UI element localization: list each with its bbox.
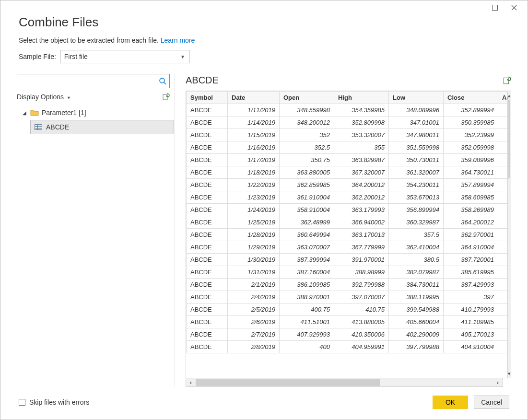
table-cell: 361.320007 [389,166,444,179]
window-restore-button[interactable] [485,1,505,14]
table-cell: 348.089996 [389,104,444,117]
column-header[interactable]: Symbol [187,92,228,104]
column-header[interactable]: Low [389,92,444,104]
table-row[interactable]: ABCDE1/22/2019362.859985364.200012354.23… [187,179,508,191]
preview-header: ABCDE [186,75,511,86]
table-cell: 1/16/2019 [228,141,280,154]
scroll-up-icon[interactable]: ▴ [508,91,511,100]
table-row[interactable]: ABCDE1/11/2019348.559998354.359985348.08… [187,104,508,117]
table-cell: 410.75 [334,303,389,316]
search-box[interactable] [17,74,170,88]
column-header[interactable]: High [334,92,389,104]
table-row[interactable]: ABCDE1/15/2019352353.320007347.980011352… [187,129,508,141]
table-cell: 362.410004 [389,241,444,254]
table-cell: 413.880005 [334,316,389,328]
table-cell: 391.970001 [334,254,389,266]
table-cell: 385.619995 [444,266,498,279]
scroll-track[interactable] [196,378,493,386]
table-cell: ABCDE [187,328,228,341]
table-cell: 347.01001 [389,117,444,129]
search-input[interactable] [20,77,159,85]
table-cell: ABCDE [187,141,228,154]
table-cell: 352.5 [280,141,334,154]
table-cell: 350.730011 [389,154,444,166]
svg-rect-3 [504,78,508,83]
sample-file-select[interactable]: First file ▼ [60,50,189,63]
dialog-subtitle: Select the object to be extracted from e… [19,36,509,44]
refresh-nav-button[interactable] [162,93,170,101]
table-row[interactable]: ABCDE2/1/2019386.109985392.799988384.730… [187,279,508,291]
table-row[interactable]: ABCDE1/30/2019387.399994391.970001380.53… [187,254,508,266]
table-cell: 359.089996 [444,154,498,166]
learn-more-link[interactable]: Learn more [161,36,195,44]
table-row[interactable]: ABCDE1/31/2019387.160004388.98999382.079… [187,266,508,279]
table-cell [498,291,508,303]
table-row[interactable]: ABCDE2/5/2019400.75410.75399.549988410.1… [187,303,508,316]
table-cell: 356.899994 [389,204,444,216]
vertical-scrollbar[interactable]: ▴ ▾ [508,91,511,378]
table-cell: 405.660004 [389,316,444,328]
tree-item-abcde[interactable]: ABCDE [30,120,174,134]
skip-errors-row: Skip files with errors [19,398,89,406]
table-row[interactable]: ABCDE1/28/2019360.649994363.170013357.53… [187,229,508,241]
table-row[interactable]: ABCDE1/29/2019363.070007367.779999362.41… [187,241,508,254]
horizontal-scrollbar[interactable]: ‹ › [186,378,503,387]
table-row[interactable]: ABCDE1/18/2019363.880005367.320007361.32… [187,166,508,179]
table-cell: ABCDE [187,129,228,141]
table-cell: 362.200012 [334,191,389,204]
data-table: SymbolDateOpenHighLowCloseAd ABCDE1/11/2… [186,91,508,353]
refresh-preview-button[interactable] [503,76,511,85]
display-options-button[interactable]: Display Options ▼ [17,93,71,101]
column-header[interactable]: Date [228,92,280,104]
table-cell: 354.359985 [334,104,389,117]
table-row[interactable]: ABCDE2/8/2019400404.959991397.799988404.… [187,341,508,353]
table-cell: 2/5/2019 [228,303,280,316]
table-cell [498,216,508,229]
table-row[interactable]: ABCDE1/25/2019362.48999366.940002360.329… [187,216,508,229]
table-row[interactable]: ABCDE1/16/2019352.5355351.559998352.0599… [187,141,508,154]
table-row[interactable]: ABCDE1/23/2019361.910004362.200012353.67… [187,191,508,204]
table-cell: 350.75 [280,154,334,166]
table-row[interactable]: ABCDE2/4/2019388.970001397.070007388.119… [187,291,508,303]
column-header[interactable]: Close [444,92,498,104]
table-cell: 355 [334,141,389,154]
button-row: OK Cancel [433,396,509,409]
table-cell: 357.899994 [444,179,498,191]
column-header[interactable]: Ad [498,92,508,104]
tree-root-label: Parameter1 [1] [42,109,86,117]
table-cell: 352.899994 [444,104,498,117]
scroll-thumb-vertical[interactable] [508,100,510,178]
tree-root[interactable]: ◢ Parameter1 [1] [17,107,170,118]
table-row[interactable]: ABCDE1/14/2019348.200012352.809998347.01… [187,117,508,129]
table-cell: 387.429993 [444,279,498,291]
scroll-thumb-horizontal[interactable] [196,379,380,386]
table-cell [498,141,508,154]
table-cell: 364.200012 [334,179,389,191]
table-cell: 410.179993 [444,303,498,316]
table-cell: 363.070007 [280,241,334,254]
table-cell: 353.320007 [334,129,389,141]
table-row[interactable]: ABCDE1/24/2019358.910004363.179993356.89… [187,204,508,216]
table-cell: ABCDE [187,104,228,117]
window-close-button[interactable] [505,1,524,14]
table-row[interactable]: ABCDE1/17/2019350.75363.829987350.730011… [187,154,508,166]
table-cell: 1/31/2019 [228,266,280,279]
folder-icon [30,109,39,116]
table-cell: 2/1/2019 [228,279,280,291]
table-row[interactable]: ABCDE2/6/2019411.51001413.880005405.6600… [187,316,508,328]
column-header[interactable]: Open [280,92,334,104]
combine-files-dialog: Combine Files Select the object to be ex… [0,0,528,420]
scroll-down-icon[interactable]: ▾ [508,369,511,378]
sample-file-row: Sample File: First file ▼ [19,50,509,63]
ok-button[interactable]: OK [433,396,468,409]
table-cell [498,316,508,328]
scroll-right-icon[interactable]: › [493,378,503,386]
table-cell: 397.799988 [389,341,444,353]
table-cell: 2/4/2019 [228,291,280,303]
cancel-button[interactable]: Cancel [474,396,509,409]
skip-errors-checkbox[interactable] [19,399,25,406]
table-row[interactable]: ABCDE2/7/2019407.929993410.350006402.290… [187,328,508,341]
data-grid[interactable]: SymbolDateOpenHighLowCloseAd ABCDE1/11/2… [186,91,508,378]
scroll-left-icon[interactable]: ‹ [186,378,196,386]
skip-errors-label: Skip files with errors [29,398,89,406]
